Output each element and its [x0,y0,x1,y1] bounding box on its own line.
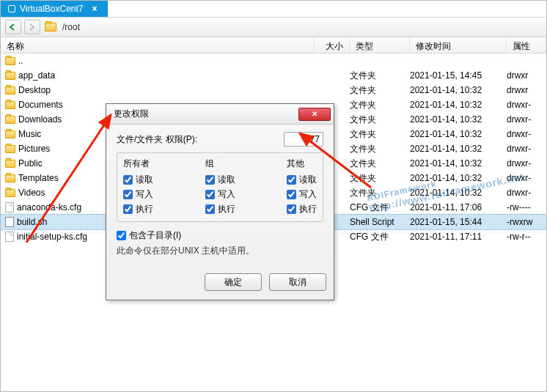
file-modified: 2021-01-15, 14:45 [410,70,507,81]
tab-bar: VirtualBoxCent7 × [1,1,546,17]
file-attr: drwxr- [507,173,546,183]
file-name: Downloads [18,114,62,125]
file-modified: 2021-01-14, 10:32 [410,158,507,169]
file-name: Music [18,129,41,139]
file-type: 文件夹 [350,172,410,185]
file-modified: 2021-01-14, 10:32 [410,188,507,198]
col-attr[interactable]: 属性 [507,37,546,53]
ok-button[interactable]: 确定 [205,273,262,291]
owner-label: 所有者 [123,158,153,170]
file-type: Shell Script [350,217,410,227]
group-read[interactable]: 读取 [205,174,235,186]
file-name: Templates [18,173,59,183]
file-attr: drwxr- [507,129,546,139]
file-icon [5,202,14,212]
file-name: initial-setup-ks.cfg [17,232,87,242]
file-type: 文件夹 [350,70,410,82]
perm-input[interactable] [284,132,323,147]
folder-icon [5,57,15,65]
toolbar: /root [1,17,546,37]
file-attr: drwxr- [507,144,546,154]
col-modified[interactable]: 修改时间 [410,37,507,53]
other-write[interactable]: 写入 [287,188,317,201]
file-modified: 2021-01-14, 10:32 [410,100,507,110]
group-execute[interactable]: 执行 [205,203,235,215]
other-execute[interactable]: 执行 [287,203,317,215]
file-name: anaconda-ks.cfg [17,202,81,212]
col-size[interactable]: 大小 [315,37,350,53]
file-name: app_data [18,70,55,81]
file-type: 文件夹 [350,84,410,97]
file-name: Desktop [18,85,51,95]
folder-icon [45,23,56,32]
path-input[interactable]: /root [62,22,542,32]
file-modified: 2021-01-15, 15:44 [410,217,507,227]
file-type: 文件夹 [350,128,410,141]
perm-label: 文件/文件夹 权限(P): [117,133,197,146]
file-attr: -rwxrw [507,217,546,227]
file-attr: drwxr- [507,188,546,198]
file-modified: 2021-01-14, 10:32 [410,144,507,154]
file-modified: 2021-01-14, 10:32 [410,129,507,139]
tab-active[interactable]: VirtualBoxCent7 × [1,1,108,17]
close-button[interactable]: ✕ [298,108,331,121]
file-type: 文件夹 [350,187,410,199]
group-write[interactable]: 写入 [205,188,235,201]
file-type: CFG 文件 [350,231,410,243]
permission-groups: 所有者 读取 写入 执行 组 读取 写入 执行 其他 读取 写入 执行 [117,152,323,222]
table-row[interactable]: .. [1,53,546,68]
group-owner: 所有者 读取 写入 执行 [123,158,153,215]
file-attr: -rw---- [507,202,546,212]
permissions-dialog: 更改权限 ✕ 文件/文件夹 权限(P): 所有者 读取 写入 执行 组 读取 写… [106,103,334,300]
folder-icon [5,130,15,138]
table-row[interactable]: app_data文件夹2021-01-15, 14:45drwxr [1,68,546,83]
file-name: Documents [18,100,63,110]
forward-button[interactable] [24,20,40,34]
file-name: Public [18,158,43,169]
group-group: 组 读取 写入 执行 [205,158,235,215]
file-modified: 2021-01-14, 10:32 [410,114,507,125]
folder-icon [5,145,15,153]
file-name: build.sh [17,217,47,227]
file-attr: drwxr- [507,158,546,169]
cancel-button[interactable]: 取消 [269,273,326,291]
other-read[interactable]: 读取 [287,174,317,186]
sh-icon [5,217,14,227]
owner-write[interactable]: 写入 [123,188,153,201]
file-type: 文件夹 [350,99,410,111]
dialog-note: 此命令仅在部分UNIX 主机中适用。 [117,245,323,257]
file-type: 文件夹 [350,158,410,170]
folder-icon [5,160,15,168]
folder-icon [5,101,15,109]
table-row[interactable]: Desktop文件夹2021-01-14, 10:32drwxr [1,83,546,97]
owner-read[interactable]: 读取 [123,174,153,186]
close-icon[interactable]: × [92,4,98,14]
arrow-right-icon [28,23,37,31]
file-attr: drwxr [507,85,546,95]
column-headers: 名称 大小 类型 修改时间 属性 [1,37,546,53]
file-type: 文件夹 [350,114,410,126]
group-other: 其他 读取 写入 执行 [287,158,317,215]
col-name[interactable]: 名称 [1,37,315,53]
file-attr: -rw-r-- [507,232,546,242]
file-type: 文件夹 [350,143,410,155]
file-modified: 2021-01-14, 10:32 [410,173,507,183]
file-attr: drwxr [507,70,546,81]
file-type: CFG 文件 [350,201,410,214]
back-button[interactable] [5,20,21,34]
col-type[interactable]: 类型 [350,37,410,53]
arrow-left-icon [9,23,18,31]
folder-icon [5,174,15,182]
file-attr: drwxr- [507,114,546,125]
owner-execute[interactable]: 执行 [123,203,153,215]
file-icon [5,232,14,242]
dialog-titlebar[interactable]: 更改权限 ✕ [106,104,334,125]
folder-icon [5,86,15,95]
tab-icon [8,5,15,12]
file-name: Pictures [18,144,50,154]
folder-icon [5,72,15,80]
tab-title: VirtualBoxCent7 [20,4,84,14]
file-modified: 2021-01-11, 17:11 [410,232,507,242]
folder-icon [5,189,15,197]
include-subdir-checkbox[interactable]: 包含子目录(I) [117,229,323,242]
